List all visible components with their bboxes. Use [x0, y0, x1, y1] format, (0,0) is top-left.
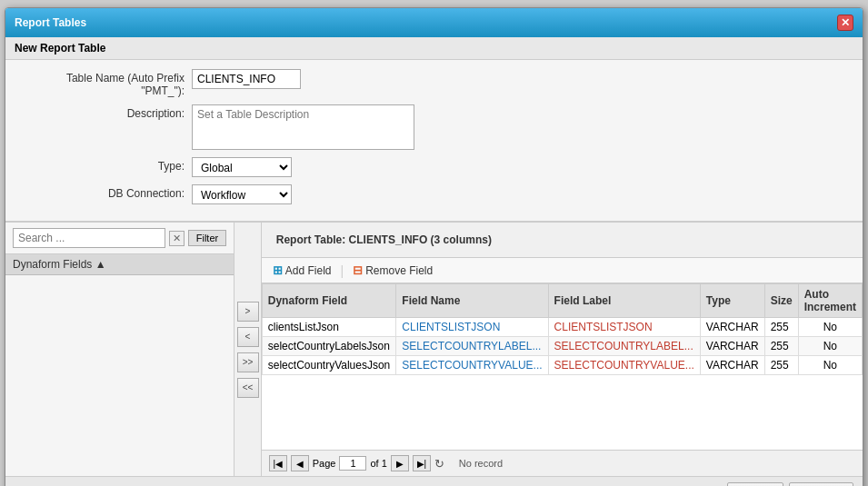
- cell-dynaform: selectCountryLabelsJson: [262, 337, 396, 356]
- move-all-left-button[interactable]: <<: [237, 378, 259, 398]
- cell-fieldlabel: CLIENTSLISTJSON: [548, 318, 700, 337]
- col-header-fieldlabel: Field Label: [548, 284, 700, 318]
- cell-fieldname: SELECTCOUNTRYVALUE...: [396, 356, 548, 375]
- cell-autoincrement: No: [798, 356, 862, 375]
- table-name-label: Table Name (Auto Prefix "PMT_"):: [24, 69, 192, 97]
- middle-controls: > < >> <<: [234, 223, 262, 476]
- cell-dynaform: selectCountryValuesJson: [262, 356, 396, 375]
- right-panel-title: Report Table: CLIENTS_INFO (3 columns): [269, 228, 499, 252]
- section-header: New Report Table: [5, 37, 863, 60]
- title-bar: Report Tables ✕: [5, 8, 863, 37]
- page-label: Page: [313, 458, 336, 469]
- add-field-button[interactable]: ⊞ Add Field: [269, 262, 335, 279]
- cell-type: VARCHAR: [700, 318, 764, 337]
- cell-fieldname: CLIENTSLISTJSON: [396, 318, 548, 337]
- table-row[interactable]: selectCountryValuesJson SELECTCOUNTRYVAL…: [262, 356, 862, 375]
- cell-type: VARCHAR: [700, 356, 764, 375]
- cancel-button[interactable]: Cancel: [789, 482, 853, 486]
- move-right-button[interactable]: >: [237, 302, 259, 322]
- bottom-bar: Save Cancel: [5, 476, 863, 486]
- cell-fieldname: SELECTCOUNTRYLABEL...: [396, 337, 548, 356]
- cell-fieldlabel: SELECTCOUNTRYLABEL...: [548, 337, 700, 356]
- cell-type: VARCHAR: [700, 337, 764, 356]
- col-header-autoincrement: AutoIncrement: [798, 284, 862, 318]
- search-clear-button[interactable]: ✕: [169, 231, 185, 246]
- description-textarea[interactable]: [192, 104, 414, 150]
- search-input[interactable]: [13, 228, 165, 248]
- type-row: Type: Global Local: [24, 157, 844, 177]
- fields-table: Dynaform Field Field Name Field Label Ty…: [262, 283, 863, 375]
- cell-dynaform: clientsListJson: [262, 318, 396, 337]
- report-tables-dialog: Report Tables ✕ New Report Table Table N…: [5, 7, 863, 486]
- description-label: Description:: [24, 104, 192, 120]
- db-connection-select[interactable]: Workflow Custom: [192, 184, 292, 204]
- page-first-button[interactable]: |◀: [269, 455, 287, 471]
- left-panel: ✕ Filter Dynaform Fields ▲: [5, 223, 234, 476]
- type-select[interactable]: Global Local: [192, 157, 292, 177]
- cell-size: 255: [764, 318, 798, 337]
- dynaform-header: Dynaform Fields ▲: [5, 254, 234, 275]
- move-left-button[interactable]: <: [237, 327, 259, 347]
- table-name-input[interactable]: [192, 69, 301, 89]
- main-content: ✕ Filter Dynaform Fields ▲ > < >> << Rep…: [5, 222, 863, 476]
- form-area: Table Name (Auto Prefix "PMT_"): Descrip…: [5, 60, 863, 222]
- col-header-type: Type: [700, 284, 764, 318]
- cell-autoincrement: No: [798, 318, 862, 337]
- type-label: Type:: [24, 157, 192, 173]
- right-toolbar: Report Table: CLIENTS_INFO (3 columns): [262, 223, 863, 258]
- db-connection-row: DB Connection: Workflow Custom: [24, 184, 844, 204]
- table-row[interactable]: clientsListJson CLIENTSLISTJSON CLIENTSL…: [262, 318, 862, 337]
- search-bar: ✕ Filter: [5, 223, 234, 254]
- remove-field-button[interactable]: ⊟ Remove Field: [349, 262, 436, 279]
- page-prev-button[interactable]: ◀: [291, 455, 309, 471]
- no-records-label: No record: [459, 458, 503, 469]
- page-last-button[interactable]: ▶|: [413, 455, 431, 471]
- cell-fieldlabel: SELECTCOUNTRYVALUE...: [548, 356, 700, 375]
- dynaform-list[interactable]: [5, 275, 234, 476]
- save-button[interactable]: Save: [727, 482, 783, 486]
- table-row[interactable]: selectCountryLabelsJson SELECTCOUNTRYLAB…: [262, 337, 862, 356]
- remove-field-icon: ⊟: [353, 263, 363, 277]
- page-next-button[interactable]: ▶: [391, 455, 409, 471]
- col-header-fieldname: Field Name: [396, 284, 548, 318]
- fields-table-container: Dynaform Field Field Name Field Label Ty…: [262, 283, 863, 450]
- move-all-right-button[interactable]: >>: [237, 352, 259, 372]
- page-of-label: of 1: [370, 458, 386, 469]
- db-connection-label: DB Connection:: [24, 184, 192, 200]
- cell-size: 255: [764, 356, 798, 375]
- cell-autoincrement: No: [798, 337, 862, 356]
- toolbar-separator: |: [340, 263, 344, 278]
- col-header-size: Size: [764, 284, 798, 318]
- page-number-input[interactable]: [339, 456, 366, 471]
- pagination-bar: |◀ ◀ Page of 1 ▶ ▶| ↻ No record: [262, 450, 863, 476]
- description-row: Description:: [24, 104, 844, 150]
- cell-size: 255: [764, 337, 798, 356]
- col-header-dynaform: Dynaform Field: [262, 284, 396, 318]
- table-name-row: Table Name (Auto Prefix "PMT_"):: [24, 69, 844, 97]
- refresh-icon[interactable]: ↻: [434, 457, 444, 471]
- add-field-icon: ⊞: [273, 263, 283, 277]
- close-button[interactable]: ✕: [837, 15, 853, 31]
- dialog-title: Report Tables: [15, 16, 86, 29]
- right-panel: Report Table: CLIENTS_INFO (3 columns) ⊞…: [262, 223, 863, 476]
- filter-button[interactable]: Filter: [188, 230, 226, 246]
